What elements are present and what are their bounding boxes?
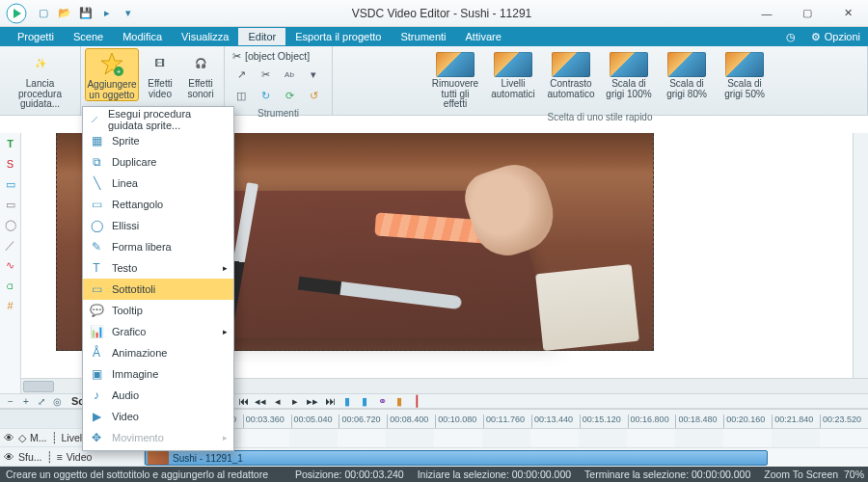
menu-item-rect[interactable]: ▭Rettangolo [83, 194, 233, 215]
save-icon[interactable]: 💾 [77, 5, 95, 22]
video-clip[interactable]: Sushi - 11291_1 [145, 450, 768, 466]
menu-item-move: ✥Movimento▸ [83, 427, 233, 448]
headphones-icon: 🎧 [187, 50, 214, 77]
tool-redo-icon[interactable]: ↺ [303, 86, 324, 105]
window-controls: — ▢ ✕ [746, 1, 868, 26]
menu-item-copy[interactable]: ⧉Duplicare [83, 151, 233, 173]
move-icon: ✥ [89, 430, 104, 445]
menu-item-chart[interactable]: 📊Grafico▸ [83, 321, 233, 342]
zoom-out-icon[interactable]: − [4, 394, 17, 408]
tp-last-icon[interactable]: ⏭ [322, 394, 338, 408]
tool-refresh-icon[interactable]: ⟳ [279, 86, 300, 105]
menu-item-text[interactable]: TTesto▸ [83, 257, 233, 279]
tool-more1-icon[interactable]: ▾ [303, 65, 324, 84]
menu-item-audio[interactable]: ♪Audio [83, 385, 233, 406]
zoom-in-icon[interactable]: + [19, 394, 33, 408]
menu-bar: Progetti Scene Modifica Visualizza Edito… [0, 27, 868, 46]
menu-item-subtitle[interactable]: ▭Sottotitoli [83, 279, 233, 300]
tp-prev-icon[interactable]: ◂◂ [253, 394, 268, 408]
style-preset-0[interactable]: Rimuovere tutti gli effetti [429, 50, 481, 110]
add-object-button[interactable]: +Aggiungere un oggetto [85, 48, 139, 101]
tp-marker1-icon[interactable]: ▮ [339, 394, 355, 408]
lt-rect-icon[interactable]: ▭ [2, 196, 19, 213]
tab-visualizza[interactable]: Visualizza [172, 28, 238, 45]
sprite-icon: ▦ [89, 133, 104, 148]
menu-item-tooltip[interactable]: 💬Tooltip [83, 300, 233, 321]
zoom-100-icon[interactable]: ◎ [50, 394, 64, 408]
tab-attivare[interactable]: Attivare [456, 28, 511, 45]
tp-link-icon[interactable]: ⚭ [374, 394, 390, 408]
tool-abc-icon[interactable]: Ab [279, 65, 300, 84]
tool-arrow-icon[interactable]: ↗ [231, 65, 252, 84]
style-preset-2[interactable]: Contrasto automatico [545, 50, 597, 99]
lt-chart-icon[interactable]: ⫏ [2, 277, 19, 294]
close-button[interactable]: ✕ [827, 1, 868, 26]
options-button[interactable]: ⚙Opzioni [803, 28, 868, 46]
hscroll-thumb[interactable] [23, 381, 54, 392]
style-preset-1[interactable]: Livelli automatici [487, 50, 539, 99]
style-preset-3[interactable]: Scala di grigi 100% [603, 50, 655, 99]
time-ruler[interactable]: 0.00000:01.68000:03.36000:05.04000:06.72… [145, 410, 868, 429]
new-icon[interactable]: ▢ [35, 5, 52, 22]
menu-item-free[interactable]: ✎Forma libera [83, 236, 233, 257]
lt-counter-icon[interactable]: # [2, 297, 19, 314]
free-icon: ✎ [89, 239, 104, 254]
timeline-tracks[interactable]: 0.00000:01.68000:03.36000:05.04000:06.72… [145, 410, 868, 467]
tooltip-icon: 💬 [89, 303, 104, 318]
tab-strumenti[interactable]: Strumenti [391, 28, 455, 45]
tp-step-back-icon[interactable]: ◂ [270, 394, 285, 408]
qat-more-icon[interactable]: ▾ [120, 5, 137, 22]
svg-text:+: + [117, 67, 122, 76]
ruler-tick: 00:21.840 [772, 415, 820, 428]
tp-split-icon[interactable]: ┃ [409, 394, 424, 408]
menu-item-line[interactable]: ╲Linea [83, 173, 233, 194]
menu-item-sprite[interactable]: ▦Sprite [83, 130, 233, 151]
style-thumb-icon [610, 52, 648, 77]
lt-text-icon[interactable]: T [2, 135, 19, 152]
tp-step-fwd-icon[interactable]: ▸▸ [305, 394, 320, 408]
launch-wizard-button[interactable]: ✨Lancia procedura guidata... [4, 48, 77, 110]
tp-play-icon[interactable]: ▸ [287, 394, 303, 408]
lt-free-icon[interactable]: ∿ [2, 256, 19, 274]
help-icon[interactable]: ◷ [778, 28, 803, 46]
rect-icon: ▭ [89, 197, 104, 212]
audio-effects-button[interactable]: 🎧Effetti sonori [181, 48, 220, 99]
menu-item-wand[interactable]: ⟋Esegui procedura guidata sprite... [83, 109, 233, 130]
tab-esporta[interactable]: Esporta il progetto [285, 28, 391, 45]
quick-access-toolbar: ▢ 📂 💾 ▸ ▾ [35, 5, 137, 22]
tab-modifica[interactable]: Modifica [113, 28, 172, 45]
vertical-scrollbar[interactable] [853, 133, 868, 393]
tools-group-label: Strumenti [258, 106, 299, 120]
lt-sub-icon[interactable]: S [2, 155, 19, 173]
tab-scene[interactable]: Scene [64, 28, 113, 45]
play-qat-icon[interactable]: ▸ [98, 5, 116, 22]
star-plus-icon: + [98, 51, 125, 78]
lt-ellipse-icon[interactable]: ◯ [2, 216, 19, 233]
tool-rotate-icon[interactable]: ↻ [255, 86, 276, 105]
menu-item-anim[interactable]: ÅAnimazione [83, 342, 233, 363]
tool-crop-icon[interactable]: ◫ [231, 86, 252, 105]
tp-first-icon[interactable]: ⏮ [235, 394, 251, 408]
style-preset-5[interactable]: Scala di grigi 50% [719, 50, 771, 99]
tool-cut-icon[interactable]: ✂ [255, 65, 276, 84]
open-icon[interactable]: 📂 [56, 5, 73, 22]
minimize-button[interactable]: — [746, 1, 787, 26]
menu-item-image[interactable]: ▣Immagine [83, 363, 233, 385]
style-preset-4[interactable]: Scala di grigi 80% [661, 50, 713, 99]
maximize-button[interactable]: ▢ [787, 1, 827, 26]
zoom-fit-icon[interactable]: ⤢ [35, 394, 48, 408]
tab-editor[interactable]: Editor [238, 28, 285, 45]
tp-region-icon[interactable]: ▮ [392, 394, 407, 408]
tab-progetti[interactable]: Progetti [8, 28, 64, 45]
chevron-right-icon: ▸ [223, 263, 228, 273]
style-thumb-icon [667, 52, 706, 77]
ruler-tick: 00:20.160 [723, 415, 772, 428]
window-title: VSDC Video Editor - Sushi - 11291 [137, 7, 746, 20]
style-thumb-icon [494, 52, 532, 77]
lt-line-icon[interactable]: ／ [2, 236, 19, 254]
tp-marker2-icon[interactable]: ▮ [357, 394, 372, 408]
video-effects-button[interactable]: 🎞Effetti video [141, 48, 179, 99]
menu-item-ellipse[interactable]: ◯Ellissi [83, 215, 233, 236]
menu-item-video[interactable]: ▶Video [83, 406, 233, 427]
lt-tooltip-icon[interactable]: ▭ [2, 175, 19, 193]
